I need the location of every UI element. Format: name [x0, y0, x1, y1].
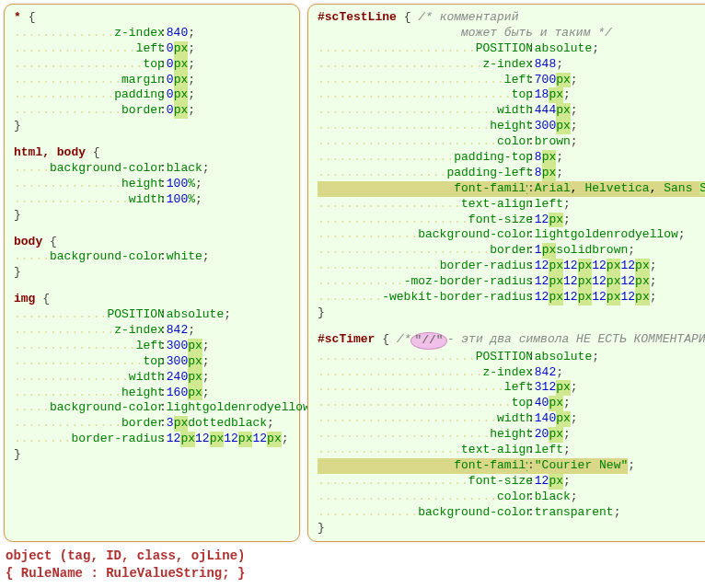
css-rule-line: ..............padding: 0px;	[14, 87, 290, 103]
css-rule-line: ...................font-family: "Courier…	[318, 458, 705, 474]
css-rule-line: ...............border: 3px dotted black;	[14, 416, 290, 432]
css-rule-line: ...........................top: 18px;	[318, 87, 705, 103]
css-rule-line: ...............height: 100%;	[14, 177, 290, 192]
css-rule-line: ...........................top: 40px;	[318, 396, 705, 411]
css-rule-line: ...............margin: 0px;	[14, 73, 290, 88]
css-rule-line: ........................border: 1px soli…	[318, 243, 705, 259]
css-rule-line: ..............background-color: lightgol…	[318, 227, 705, 243]
right-code-panel: #scTestLine { /* комментарий может быть …	[307, 4, 705, 542]
css-rule-line: .........................width: 444px;	[318, 103, 705, 119]
css-rule-line: ..........................left: 700px;	[318, 73, 705, 88]
css-rule-line: .....background-color: white;	[14, 249, 290, 265]
css-rule-line: .....................font-size: 12px;	[318, 474, 705, 490]
css-rule-line: .....background-color: lightgoldenrodyel…	[14, 400, 290, 416]
css-rule-line: ...................padding-top: 8px;	[318, 150, 705, 166]
css-rule-line: ....................text-align: left;	[318, 197, 705, 213]
css-rule-line: .........-webkit-border-radius: 12px 12p…	[318, 290, 705, 306]
css-rule-line: ............-moz-border-radius: 12px 12p…	[318, 274, 705, 290]
css-rule-line: ...................font-family: Arial, H…	[318, 181, 705, 197]
css-rule-line: ..............z-index: 842;	[14, 323, 290, 339]
css-rule-line: .........................width: 140px;	[318, 411, 705, 427]
css-rule-line: .......................z-index: 848;	[318, 57, 705, 73]
css-rule-line: ........................height: 300px;	[318, 119, 705, 134]
bottom-syntax-text: object (tag, ID, class, ojLine) { RuleNa…	[0, 546, 705, 588]
css-rule-line: ................width: 100%;	[14, 192, 290, 208]
syntax-line-1a: object (tag, ID, class, ojLine)	[6, 548, 699, 564]
css-rule-line: ..............background-color: transpar…	[318, 505, 705, 521]
css-rule-line: ........border-radius: 12px 12px 12px 12…	[14, 432, 290, 447]
css-rule-line: .........................color: black;	[318, 490, 705, 505]
css-rule-line: .....................font-size: 12px;	[318, 213, 705, 228]
css-rule-line: .......................z-index: 842;	[318, 365, 705, 381]
syntax-line-1b: { RuleName : RuleValueString; }	[6, 565, 699, 582]
css-rule-line: ..............z-index: 840;	[14, 26, 290, 41]
css-rule-line: ..................padding-left: 8px;	[318, 166, 705, 181]
css-rule-line: .................left: 0px;	[14, 41, 290, 57]
css-rule-line: ..................top: 300px;	[14, 354, 290, 370]
css-rule-line: ...............height: 160px;	[14, 386, 290, 401]
css-rule-line: .................border-radius: 12px 12p…	[318, 259, 705, 274]
css-rule-line: ..................top: 0px;	[14, 57, 290, 73]
css-rule-line: .....background-color: black;	[14, 161, 290, 177]
comment-badge-icon: "//"	[410, 332, 446, 350]
css-rule-line: .............POSITION: absolute;	[14, 307, 290, 323]
css-rule-line: ......................POSITION: absolute…	[318, 41, 705, 57]
code-panels-row: * {..............z-index: 840;..........…	[0, 0, 705, 546]
css-rule-line: ........................height: 20px;	[318, 427, 705, 443]
css-rule-line: ....................text-align: left;	[318, 443, 705, 458]
css-rule-line: ................width: 240px;	[14, 370, 290, 386]
left-code-panel: * {..............z-index: 840;..........…	[4, 4, 300, 542]
css-rule-line: .........................color: brown;	[318, 134, 705, 150]
css-rule-line: ......................POSITION: absolute…	[318, 350, 705, 365]
css-rule-line: ...............border: 0px;	[14, 103, 290, 119]
css-rule-line: .................left: 300px;	[14, 339, 290, 354]
css-rule-line: ..........................left: 312px;	[318, 380, 705, 396]
